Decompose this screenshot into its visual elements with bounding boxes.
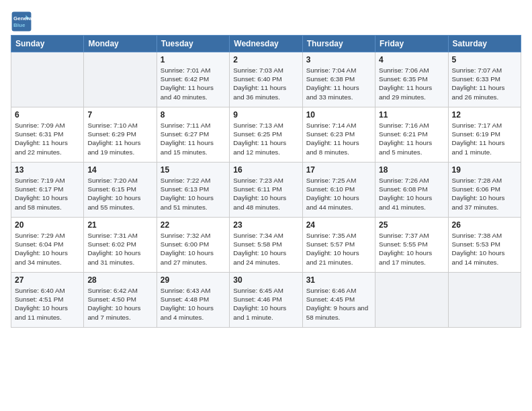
svg-text:General: General xyxy=(13,15,32,21)
calendar-cell: 25Sunrise: 7:37 AM Sunset: 5:55 PM Dayli… xyxy=(375,218,448,273)
day-info: Sunrise: 7:14 AM Sunset: 6:23 PM Dayligh… xyxy=(306,121,371,156)
calendar-table: SundayMondayTuesdayWednesdayThursdayFrid… xyxy=(11,35,521,328)
day-number: 28 xyxy=(87,275,152,285)
calendar-cell: 16Sunrise: 7:23 AM Sunset: 6:11 PM Dayli… xyxy=(230,163,302,218)
day-info: Sunrise: 6:45 AM Sunset: 4:46 PM Dayligh… xyxy=(233,286,298,322)
day-number: 6 xyxy=(15,110,80,120)
day-info: Sunrise: 7:37 AM Sunset: 5:55 PM Dayligh… xyxy=(379,231,444,267)
day-info: Sunrise: 7:04 AM Sunset: 6:38 PM Dayligh… xyxy=(306,66,371,101)
day-info: Sunrise: 7:20 AM Sunset: 6:15 PM Dayligh… xyxy=(87,176,152,212)
calendar-cell: 28Sunrise: 6:42 AM Sunset: 4:50 PM Dayli… xyxy=(84,273,157,328)
day-info: Sunrise: 7:28 AM Sunset: 6:06 PM Dayligh… xyxy=(452,176,517,212)
day-number: 22 xyxy=(161,220,226,230)
day-info: Sunrise: 7:13 AM Sunset: 6:25 PM Dayligh… xyxy=(233,121,298,156)
day-info: Sunrise: 6:43 AM Sunset: 4:48 PM Dayligh… xyxy=(161,286,226,322)
calendar-cell: 10Sunrise: 7:14 AM Sunset: 6:23 PM Dayli… xyxy=(302,107,375,163)
day-number: 3 xyxy=(306,55,371,64)
day-number: 23 xyxy=(233,220,298,230)
calendar-header: SundayMondayTuesdayWednesdayThursdayFrid… xyxy=(11,36,521,52)
calendar-cell: 22Sunrise: 7:32 AM Sunset: 6:00 PM Dayli… xyxy=(157,218,229,273)
day-number: 8 xyxy=(161,110,226,120)
day-number: 18 xyxy=(379,165,444,175)
calendar-cell: 18Sunrise: 7:26 AM Sunset: 6:08 PM Dayli… xyxy=(375,163,448,218)
calendar-cell: 29Sunrise: 6:43 AM Sunset: 4:48 PM Dayli… xyxy=(157,273,229,328)
weekday-header: Tuesday xyxy=(157,36,229,52)
calendar-cell: 7Sunrise: 7:10 AM Sunset: 6:29 PM Daylig… xyxy=(84,107,157,163)
day-number: 20 xyxy=(15,220,80,230)
day-info: Sunrise: 7:34 AM Sunset: 5:58 PM Dayligh… xyxy=(233,231,298,267)
weekday-header: Thursday xyxy=(302,36,375,52)
day-number: 21 xyxy=(87,220,152,230)
day-number: 15 xyxy=(161,165,226,175)
day-info: Sunrise: 7:07 AM Sunset: 6:33 PM Dayligh… xyxy=(452,66,517,101)
day-number: 5 xyxy=(452,55,517,64)
calendar-cell: 21Sunrise: 7:31 AM Sunset: 6:02 PM Dayli… xyxy=(84,218,157,273)
day-number: 7 xyxy=(87,110,152,120)
calendar-cell xyxy=(84,52,157,107)
calendar-cell xyxy=(448,273,521,328)
svg-text:Blue: Blue xyxy=(13,22,26,28)
calendar-cell: 12Sunrise: 7:17 AM Sunset: 6:19 PM Dayli… xyxy=(448,107,521,163)
day-info: Sunrise: 7:03 AM Sunset: 6:40 PM Dayligh… xyxy=(233,66,298,101)
day-number: 17 xyxy=(306,165,371,175)
day-number: 12 xyxy=(452,110,517,120)
weekday-header: Wednesday xyxy=(230,36,302,52)
calendar-cell: 20Sunrise: 7:29 AM Sunset: 6:04 PM Dayli… xyxy=(11,218,84,273)
day-number: 29 xyxy=(161,275,226,285)
calendar-cell: 13Sunrise: 7:19 AM Sunset: 6:17 PM Dayli… xyxy=(11,163,84,218)
day-info: Sunrise: 7:25 AM Sunset: 6:10 PM Dayligh… xyxy=(306,176,371,212)
day-info: Sunrise: 7:16 AM Sunset: 6:21 PM Dayligh… xyxy=(379,121,444,156)
calendar-cell: 15Sunrise: 7:22 AM Sunset: 6:13 PM Dayli… xyxy=(157,163,229,218)
calendar-cell: 31Sunrise: 6:46 AM Sunset: 4:45 PM Dayli… xyxy=(302,273,375,328)
day-number: 30 xyxy=(233,275,298,285)
day-info: Sunrise: 7:17 AM Sunset: 6:19 PM Dayligh… xyxy=(452,121,517,156)
calendar-cell: 17Sunrise: 7:25 AM Sunset: 6:10 PM Dayli… xyxy=(302,163,375,218)
weekday-header-row: SundayMondayTuesdayWednesdayThursdayFrid… xyxy=(11,36,521,52)
day-number: 9 xyxy=(233,110,298,120)
calendar-cell: 9Sunrise: 7:13 AM Sunset: 6:25 PM Daylig… xyxy=(230,107,302,163)
logo: General Blue xyxy=(11,11,32,32)
page-header: General Blue xyxy=(11,11,521,32)
weekday-header: Saturday xyxy=(448,36,521,52)
day-number: 25 xyxy=(379,220,444,230)
day-info: Sunrise: 7:22 AM Sunset: 6:13 PM Dayligh… xyxy=(161,176,226,212)
day-info: Sunrise: 7:06 AM Sunset: 6:35 PM Dayligh… xyxy=(379,66,444,101)
day-info: Sunrise: 7:11 AM Sunset: 6:27 PM Dayligh… xyxy=(161,121,226,156)
day-number: 4 xyxy=(379,55,444,64)
calendar-cell: 8Sunrise: 7:11 AM Sunset: 6:27 PM Daylig… xyxy=(157,107,229,163)
calendar-cell: 24Sunrise: 7:35 AM Sunset: 5:57 PM Dayli… xyxy=(302,218,375,273)
calendar-cell: 6Sunrise: 7:09 AM Sunset: 6:31 PM Daylig… xyxy=(11,107,84,163)
day-info: Sunrise: 7:10 AM Sunset: 6:29 PM Dayligh… xyxy=(87,121,152,156)
day-info: Sunrise: 7:26 AM Sunset: 6:08 PM Dayligh… xyxy=(379,176,444,212)
calendar-cell: 4Sunrise: 7:06 AM Sunset: 6:35 PM Daylig… xyxy=(375,52,448,107)
day-number: 11 xyxy=(379,110,444,120)
calendar-cell: 1Sunrise: 7:01 AM Sunset: 6:42 PM Daylig… xyxy=(157,52,229,107)
weekday-header: Friday xyxy=(375,36,448,52)
day-number: 31 xyxy=(306,275,371,285)
weekday-header: Sunday xyxy=(11,36,84,52)
day-number: 19 xyxy=(452,165,517,175)
calendar-week-row: 13Sunrise: 7:19 AM Sunset: 6:17 PM Dayli… xyxy=(11,163,521,218)
day-number: 16 xyxy=(233,165,298,175)
calendar-cell: 14Sunrise: 7:20 AM Sunset: 6:15 PM Dayli… xyxy=(84,163,157,218)
calendar-cell: 30Sunrise: 6:45 AM Sunset: 4:46 PM Dayli… xyxy=(230,273,302,328)
day-number: 26 xyxy=(452,220,517,230)
day-info: Sunrise: 7:38 AM Sunset: 5:53 PM Dayligh… xyxy=(452,231,517,267)
day-info: Sunrise: 7:19 AM Sunset: 6:17 PM Dayligh… xyxy=(15,176,80,212)
calendar-cell: 2Sunrise: 7:03 AM Sunset: 6:40 PM Daylig… xyxy=(230,52,302,107)
day-info: Sunrise: 6:42 AM Sunset: 4:50 PM Dayligh… xyxy=(87,286,152,322)
day-info: Sunrise: 7:23 AM Sunset: 6:11 PM Dayligh… xyxy=(233,176,298,212)
calendar-week-row: 20Sunrise: 7:29 AM Sunset: 6:04 PM Dayli… xyxy=(11,218,521,273)
day-number: 1 xyxy=(161,55,226,64)
day-info: Sunrise: 7:09 AM Sunset: 6:31 PM Dayligh… xyxy=(15,121,80,156)
calendar-cell xyxy=(11,52,84,107)
day-number: 13 xyxy=(15,165,80,175)
day-info: Sunrise: 7:01 AM Sunset: 6:42 PM Dayligh… xyxy=(161,66,226,101)
day-number: 27 xyxy=(15,275,80,285)
calendar-cell: 27Sunrise: 6:40 AM Sunset: 4:51 PM Dayli… xyxy=(11,273,84,328)
day-number: 2 xyxy=(233,55,298,64)
calendar-cell: 11Sunrise: 7:16 AM Sunset: 6:21 PM Dayli… xyxy=(375,107,448,163)
calendar-cell: 5Sunrise: 7:07 AM Sunset: 6:33 PM Daylig… xyxy=(448,52,521,107)
day-number: 10 xyxy=(306,110,371,120)
day-info: Sunrise: 7:31 AM Sunset: 6:02 PM Dayligh… xyxy=(87,231,152,267)
